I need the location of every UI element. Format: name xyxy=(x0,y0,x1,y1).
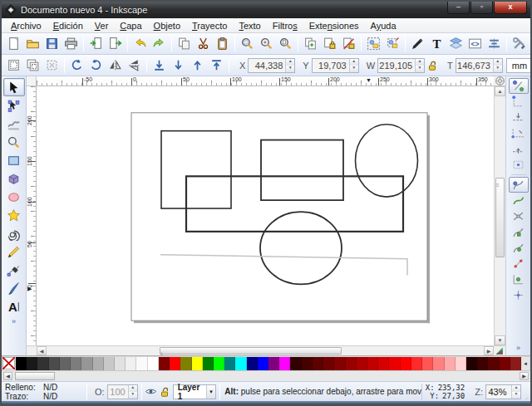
save-document-button[interactable] xyxy=(42,35,62,53)
vertical-scrollbar[interactable]: ▲ ≡ ▼ xyxy=(494,86,505,345)
w-spin-down-icon[interactable]: ▼ xyxy=(416,66,424,72)
align-dialog-button[interactable] xyxy=(485,35,504,53)
color-swatch[interactable] xyxy=(180,357,191,370)
layer-visibility-eye-icon[interactable] xyxy=(145,384,157,399)
menu-ver[interactable]: Ver xyxy=(89,20,115,32)
x-field[interactable]: 44,338▲▼ xyxy=(248,58,295,73)
scroll-up-icon[interactable]: ▲ xyxy=(495,86,505,96)
group-button[interactable] xyxy=(364,35,383,53)
menu-edición[interactable]: Edición xyxy=(47,20,89,32)
resize-grip[interactable]: ⡠ xyxy=(524,393,530,401)
lower-button[interactable] xyxy=(169,56,188,75)
snap-bbox-edge-midpoints-button[interactable] xyxy=(509,141,529,157)
palette-scrollbar[interactable]: ◀ ▶ xyxy=(2,370,530,381)
preferences-button[interactable] xyxy=(510,35,529,53)
color-swatch[interactable] xyxy=(456,357,466,370)
color-swatch[interactable] xyxy=(203,357,214,370)
color-swatch[interactable] xyxy=(357,357,367,370)
vertical-ruler[interactable]: 200150100500▶ xyxy=(27,86,37,345)
tool-ellipse[interactable] xyxy=(3,188,25,206)
layer-select[interactable]: Layer 1 ▼ xyxy=(173,384,217,399)
new-document-button[interactable] xyxy=(4,35,23,53)
menu-filtros[interactable]: Filtros xyxy=(267,20,303,32)
color-swatch[interactable] xyxy=(422,357,433,370)
tool-star[interactable] xyxy=(3,206,25,224)
enable-snapping-button[interactable] xyxy=(509,78,529,94)
color-swatch[interactable] xyxy=(445,357,456,370)
minimize-button[interactable]: – xyxy=(447,2,470,14)
zoom-drawing-button[interactable] xyxy=(257,35,276,53)
palette-scroll-right-icon[interactable]: ▶ xyxy=(520,372,529,380)
color-swatch[interactable] xyxy=(346,357,357,370)
deselect-button[interactable] xyxy=(42,56,62,75)
tool-node-editor[interactable] xyxy=(3,96,25,115)
raise-button[interactable] xyxy=(188,56,207,75)
color-swatch[interactable] xyxy=(60,357,71,370)
w-field[interactable]: 219,105▲▼ xyxy=(377,58,425,73)
lower-to-bottom-button[interactable] xyxy=(150,56,169,75)
color-swatch[interactable] xyxy=(290,357,301,370)
color-swatch[interactable] xyxy=(81,357,92,370)
snap-midpoints-button[interactable] xyxy=(509,256,529,271)
color-swatch[interactable] xyxy=(401,357,411,370)
tool-spiral[interactable] xyxy=(3,224,25,242)
tool-selector[interactable] xyxy=(3,78,25,96)
open-document-button[interactable] xyxy=(23,35,42,53)
tool-calligraphy[interactable] xyxy=(3,279,25,297)
color-swatch[interactable] xyxy=(214,357,224,370)
color-swatch[interactable] xyxy=(93,357,104,370)
rotate-cw-button[interactable] xyxy=(86,56,106,75)
color-swatch[interactable] xyxy=(71,357,81,370)
color-swatch[interactable] xyxy=(510,357,521,370)
raise-to-top-button[interactable] xyxy=(207,56,226,75)
stroke-value[interactable]: N/D xyxy=(43,392,57,401)
color-swatch[interactable] xyxy=(27,357,37,370)
color-swatch[interactable] xyxy=(466,357,477,370)
opacity-field[interactable]: 100▲▼ xyxy=(107,384,138,399)
h-field[interactable]: 146,673▲▼ xyxy=(456,58,503,73)
color-swatch[interactable] xyxy=(16,357,27,370)
snap-object-centers-button[interactable] xyxy=(509,271,529,287)
flip-horizontal-button[interactable] xyxy=(106,56,125,75)
snap-bbox-corners-button[interactable] xyxy=(509,125,529,141)
color-swatch[interactable] xyxy=(37,357,48,370)
scroll-down-icon[interactable]: ▼ xyxy=(495,335,505,345)
flip-vertical-button[interactable] xyxy=(125,56,144,75)
color-swatch[interactable] xyxy=(367,357,378,370)
color-swatch[interactable] xyxy=(49,357,60,370)
menu-texto[interactable]: Texto xyxy=(233,20,266,32)
menu-objeto[interactable]: Objeto xyxy=(148,20,186,32)
x-spin-down-icon[interactable]: ▼ xyxy=(286,66,294,72)
color-swatch[interactable] xyxy=(378,357,389,370)
snap-bbox-centers-button[interactable] xyxy=(509,157,529,173)
drawing-area[interactable] xyxy=(37,86,494,345)
zoom-field[interactable]: 43%▲▼ xyxy=(485,384,521,399)
color-swatch[interactable] xyxy=(411,357,422,370)
zoom-page-button[interactable] xyxy=(276,35,295,53)
color-swatch[interactable] xyxy=(170,357,180,370)
tool-box-3d[interactable] xyxy=(3,169,25,188)
color-swatch[interactable] xyxy=(488,357,499,370)
text-dialog-button[interactable]: T xyxy=(427,35,446,53)
color-swatch[interactable] xyxy=(235,357,246,370)
lock-ratio-icon[interactable] xyxy=(425,56,440,75)
cms-toggle-icon[interactable] xyxy=(494,76,505,86)
menu-ayuda[interactable]: Ayuda xyxy=(365,20,402,32)
snap-rotation-center-button[interactable] xyxy=(509,287,529,303)
menu-archivo[interactable]: Archivo xyxy=(5,20,47,32)
color-swatch[interactable] xyxy=(500,357,510,370)
snap-bounding-box-button[interactable] xyxy=(509,94,529,110)
snap-bbox-edges-button[interactable] xyxy=(509,110,529,125)
horizontal-scroll-thumb[interactable]: ⦀ xyxy=(160,347,342,355)
rotate-ccw-button[interactable] xyxy=(67,56,86,75)
layer-lock-icon[interactable] xyxy=(159,384,170,399)
palette-scroll-thumb[interactable] xyxy=(15,372,55,380)
title-bar[interactable]: Documento nuevo 4 - Inkscape – ▫ x xyxy=(2,2,530,18)
color-swatch[interactable] xyxy=(136,357,147,370)
color-swatch[interactable] xyxy=(279,357,290,370)
snap-path-intersections-button[interactable] xyxy=(509,208,529,224)
color-swatch[interactable] xyxy=(159,357,170,370)
undo-button[interactable] xyxy=(131,35,150,53)
paste-button[interactable] xyxy=(213,35,232,53)
scroll-right-icon[interactable]: ▶ xyxy=(484,346,494,355)
